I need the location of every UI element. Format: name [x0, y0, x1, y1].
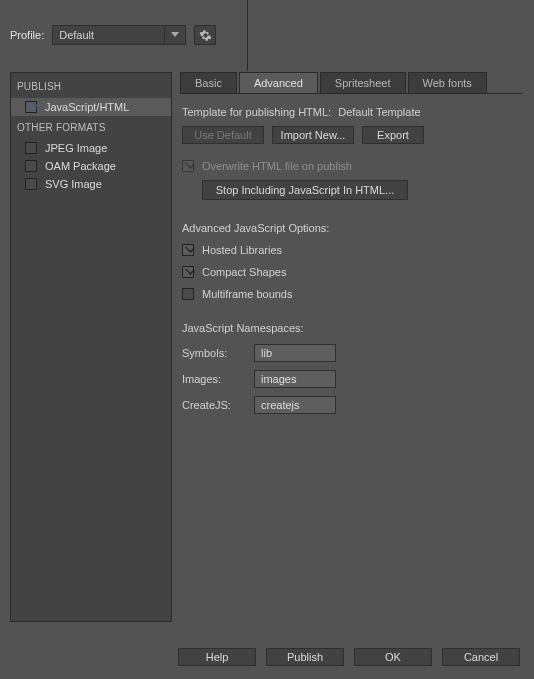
- images-input[interactable]: [254, 370, 336, 388]
- sidebar-item-oam[interactable]: OAM Package: [11, 157, 171, 175]
- template-row: Template for publishing HTML: Default Te…: [182, 106, 520, 118]
- compact-shapes-row: Compact Shapes: [182, 266, 520, 278]
- template-label: Template for publishing HTML:: [182, 106, 331, 118]
- profile-row: Profile: Default: [0, 0, 534, 58]
- mid-row: PUBLISH JavaScript/HTML OTHER FORMATS JP…: [0, 58, 534, 635]
- tab-basic[interactable]: Basic: [180, 72, 237, 94]
- sidebar-heading-publish: PUBLISH: [11, 79, 171, 98]
- footer: Help Publish OK Cancel: [0, 635, 534, 679]
- template-value: Default Template: [338, 106, 420, 118]
- stop-including-row: Stop Including JavaScript In HTML...: [182, 180, 520, 200]
- checkbox-icon[interactable]: [25, 178, 37, 190]
- profile-selected-value: Default: [59, 29, 94, 41]
- images-label: Images:: [182, 373, 248, 385]
- template-buttons: Use Default Import New... Export: [182, 126, 520, 144]
- checkbox-icon[interactable]: [25, 160, 37, 172]
- sidebar: PUBLISH JavaScript/HTML OTHER FORMATS JP…: [10, 72, 172, 622]
- multiframe-bounds-label: Multiframe bounds: [202, 288, 293, 300]
- gear-icon: [199, 29, 212, 42]
- symbols-input[interactable]: [254, 344, 336, 362]
- createjs-row: CreateJS:: [182, 396, 520, 414]
- createjs-label: CreateJS:: [182, 399, 248, 411]
- symbols-row: Symbols:: [182, 344, 520, 362]
- profile-select[interactable]: Default: [52, 25, 186, 45]
- symbols-label: Symbols:: [182, 347, 248, 359]
- import-new-button[interactable]: Import New...: [272, 126, 354, 144]
- multiframe-bounds-checkbox[interactable]: [182, 288, 194, 300]
- overwrite-checkbox: [182, 160, 194, 172]
- advanced-pane: Template for publishing HTML: Default Te…: [180, 94, 522, 422]
- tab-spritesheet[interactable]: Spritesheet: [320, 72, 406, 94]
- checkbox-icon[interactable]: [25, 101, 37, 113]
- sidebar-item-jpeg[interactable]: JPEG Image: [11, 139, 171, 157]
- profile-gear-button[interactable]: [194, 25, 216, 45]
- cancel-button[interactable]: Cancel: [442, 648, 520, 666]
- createjs-input[interactable]: [254, 396, 336, 414]
- tabs: Basic Advanced Spritesheet Web fonts: [180, 72, 522, 94]
- checkbox-icon[interactable]: [25, 142, 37, 154]
- sidebar-item-js-html[interactable]: JavaScript/HTML: [11, 98, 171, 116]
- content-pane: Basic Advanced Spritesheet Web fonts Tem…: [178, 72, 524, 622]
- hosted-libraries-checkbox[interactable]: [182, 244, 194, 256]
- publish-button[interactable]: Publish: [266, 648, 344, 666]
- compact-shapes-label: Compact Shapes: [202, 266, 286, 278]
- tab-advanced[interactable]: Advanced: [239, 72, 318, 94]
- hosted-libraries-label: Hosted Libraries: [202, 244, 282, 256]
- dialog-root: Profile: Default PUBLISH JavaScript/HTML…: [0, 0, 534, 679]
- overwrite-label: Overwrite HTML file on publish: [202, 160, 352, 172]
- export-button[interactable]: Export: [362, 126, 424, 144]
- namespaces-heading: JavaScript Namespaces:: [182, 322, 520, 334]
- sidebar-item-label: OAM Package: [45, 160, 116, 172]
- sidebar-item-label: JPEG Image: [45, 142, 107, 154]
- sidebar-item-svg[interactable]: SVG Image: [11, 175, 171, 193]
- sidebar-item-label: SVG Image: [45, 178, 102, 190]
- stop-including-js-button[interactable]: Stop Including JavaScript In HTML...: [202, 180, 408, 200]
- sidebar-item-label: JavaScript/HTML: [45, 101, 129, 113]
- use-default-button[interactable]: Use Default: [182, 126, 264, 144]
- ok-button[interactable]: OK: [354, 648, 432, 666]
- profile-label: Profile:: [10, 29, 44, 41]
- compact-shapes-checkbox[interactable]: [182, 266, 194, 278]
- advanced-js-heading: Advanced JavaScript Options:: [182, 222, 520, 234]
- overwrite-row: Overwrite HTML file on publish: [182, 160, 520, 172]
- tab-webfonts[interactable]: Web fonts: [408, 72, 487, 94]
- help-button[interactable]: Help: [178, 648, 256, 666]
- sidebar-heading-other: OTHER FORMATS: [11, 120, 171, 139]
- multiframe-bounds-row: Multiframe bounds: [182, 288, 520, 300]
- chevron-down-icon: [164, 26, 179, 44]
- hosted-libraries-row: Hosted Libraries: [182, 244, 520, 256]
- images-row: Images:: [182, 370, 520, 388]
